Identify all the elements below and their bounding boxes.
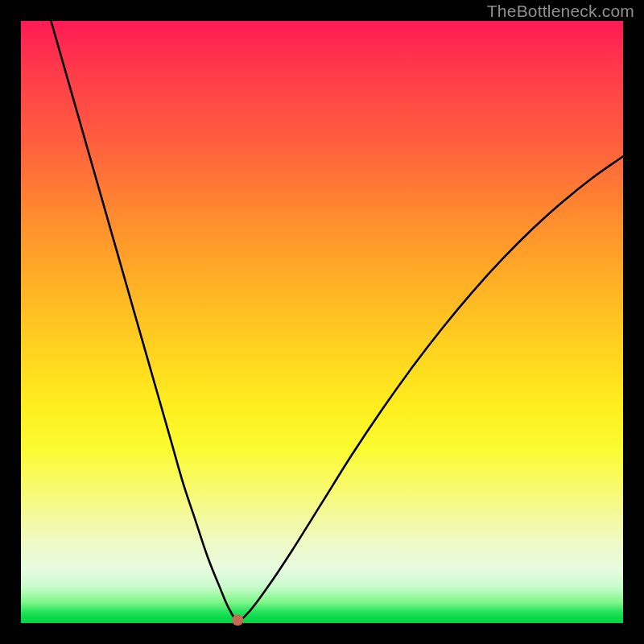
- bottleneck-curve-svg: [21, 21, 623, 623]
- plot-area: [21, 21, 623, 623]
- minimum-marker: [232, 614, 243, 625]
- watermark-text: TheBottleneck.com: [487, 2, 634, 21]
- chart-frame: TheBottleneck.com: [0, 0, 644, 644]
- bottleneck-curve: [51, 21, 623, 620]
